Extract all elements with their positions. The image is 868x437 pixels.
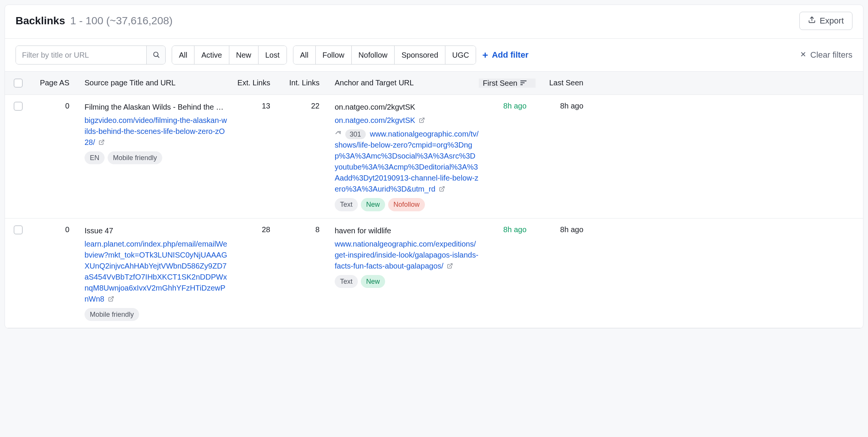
filter-all[interactable]: All [172,46,194,64]
cell-page-as: 0 [31,225,77,321]
panel-title-wrap: Backlinks 1 - 100 (~37,616,208) [16,15,172,27]
redirect-url[interactable]: www.nationalgeographic.com/tv/shows/life… [335,130,479,193]
panel-header: Backlinks 1 - 100 (~37,616,208) Export [5,5,863,38]
svg-line-2 [157,56,159,57]
svg-rect-5 [520,80,526,82]
status-filter-group: All Active New Lost [172,46,287,64]
external-link-icon [99,137,105,148]
rel-filter-group: All Follow Nofollow Sponsored UGC [293,46,476,64]
external-link-icon [419,115,425,126]
cell-anchor: on.natgeo.com/2kgvtSKon.natgeo.com/2kgvt… [327,102,479,211]
anchor-text: haven for wildlife [335,225,479,236]
filter-lost[interactable]: Lost [258,46,287,64]
anchor-tag: Nofollow [388,198,425,211]
add-filter-button[interactable]: + Add filter [482,50,528,60]
export-button[interactable]: Export [799,12,852,30]
source-tag: Mobile friendly [85,308,139,321]
result-range: 1 - 100 (~37,616,208) [70,15,172,27]
row-checkbox[interactable] [14,102,23,111]
svg-rect-6 [520,82,525,83]
svg-rect-7 [520,84,523,85]
cell-last-seen: 8h ago [536,102,592,211]
filter-sponsored[interactable]: Sponsored [394,46,445,64]
panel-title: Backlinks [16,15,65,27]
external-link-icon [447,261,453,272]
filter-nofollow[interactable]: Nofollow [351,46,395,64]
filter-active[interactable]: Active [194,46,229,64]
svg-line-9 [421,118,424,121]
header-checkbox-cell [5,79,31,88]
select-all-checkbox[interactable] [14,79,23,88]
header-first-seen-label: First Seen [483,79,517,88]
anchor-tag: Text [335,275,358,288]
search-wrap [16,46,166,64]
close-icon [800,50,807,60]
anchor-text: on.natgeo.com/2kgvtSK [335,102,479,113]
svg-line-8 [101,140,104,143]
backlinks-panel: Backlinks 1 - 100 (~37,616,208) Export A… [5,5,863,329]
anchor-tag: Text [335,198,358,211]
search-input[interactable] [16,46,146,64]
table-row: 0Filming the Alaskan Wilds - Behind the … [5,95,863,218]
target-url[interactable]: on.natgeo.com/2kgvtSK [335,116,415,124]
svg-line-11 [110,297,113,299]
table-body: 0Filming the Alaskan Wilds - Behind the … [5,95,863,328]
cell-first-seen: 8h ago [479,225,536,321]
source-title: Issue 47 [85,225,229,236]
source-tag: EN [85,151,105,164]
filter-new[interactable]: New [229,46,258,64]
header-last-seen[interactable]: Last Seen [536,79,592,88]
cell-int-links: 8 [278,225,327,321]
clear-filters-label: Clear filters [810,50,852,60]
header-page-as[interactable]: Page AS [31,79,77,88]
cell-ext-links: 28 [229,225,278,321]
svg-line-10 [442,187,444,189]
cell-source: Filming the Alaskan Wilds - Behind the …… [77,102,229,211]
search-button[interactable] [146,46,165,64]
external-link-icon [108,294,114,305]
clear-filters-button[interactable]: Clear filters [800,50,852,60]
table-header: Page AS Source page Title and URL Ext. L… [5,71,863,95]
header-source[interactable]: Source page Title and URL [77,79,229,88]
anchor-tag: New [361,275,385,288]
table-row: 0Issue 47learn.planet.com/index.php/emai… [5,218,863,328]
header-first-seen[interactable]: First Seen [479,79,536,88]
cell-ext-links: 13 [229,102,278,211]
redirect-icon [335,130,342,138]
plus-icon: + [482,50,488,60]
svg-line-12 [450,264,452,266]
header-int-links[interactable]: Int. Links [278,79,327,88]
header-ext-links[interactable]: Ext. Links [229,79,278,88]
anchor-tag: New [361,198,385,211]
source-url[interactable]: learn.planet.com/index.php/email/emailWe… [85,240,227,303]
row-checkbox[interactable] [14,225,23,234]
source-url[interactable]: bigzvideo.com/video/filming-the-alaskan-… [85,116,227,146]
cell-source: Issue 47learn.planet.com/index.php/email… [77,225,229,321]
upload-icon [808,16,816,26]
cell-anchor: haven for wildlifewww.nationalgeographic… [327,225,479,321]
filter-follow[interactable]: Follow [315,46,351,64]
header-anchor[interactable]: Anchor and Target URL [327,79,479,88]
cell-int-links: 22 [278,102,327,211]
toolbar: All Active New Lost All Follow Nofollow … [5,39,863,71]
filter-ugc[interactable]: UGC [445,46,476,64]
filter-rel-all[interactable]: All [293,46,315,64]
redirect-code: 301 [345,129,366,139]
cell-page-as: 0 [31,102,77,211]
export-label: Export [819,16,844,26]
source-tag: Mobile friendly [108,151,162,164]
add-filter-label: Add filter [492,50,529,60]
cell-last-seen: 8h ago [536,225,592,321]
search-icon [152,51,160,60]
target-url[interactable]: www.nationalgeographic.com/expeditions/g… [335,240,478,270]
sort-desc-icon [520,79,526,88]
source-title: Filming the Alaskan Wilds - Behind the … [85,102,229,113]
cell-first-seen: 8h ago [479,102,536,211]
external-link-icon [439,184,445,195]
